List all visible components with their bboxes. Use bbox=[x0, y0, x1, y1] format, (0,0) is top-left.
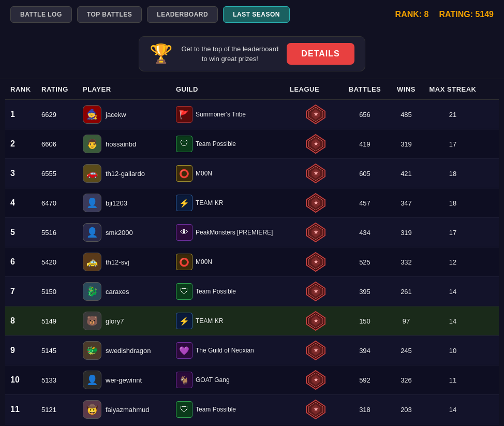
header-player: PLAYER bbox=[83, 85, 176, 93]
cell-player: 🚕 th12-svj bbox=[83, 253, 176, 271]
cell-battles: 656 bbox=[342, 111, 388, 119]
svg-text:★: ★ bbox=[314, 406, 319, 412]
cell-streak: 18 bbox=[424, 170, 481, 178]
table-row[interactable]: 10 5133 👤 wer-gewinnt 🐐 GOAT Gang ★ 592 … bbox=[5, 365, 499, 395]
cell-rank: 3 bbox=[10, 169, 41, 178]
player-name[interactable]: th12-gallardo bbox=[106, 170, 145, 178]
guild-name: TEAM KR bbox=[196, 317, 223, 325]
header-battles: BATTLES bbox=[342, 85, 388, 93]
cell-rating: 6606 bbox=[41, 140, 83, 148]
svg-text:★: ★ bbox=[314, 288, 319, 294]
promo-icon: 🏆 bbox=[150, 43, 173, 65]
leaderboard-container: RANK RATING PLAYER GUILD LEAGUE BATTLES … bbox=[0, 79, 504, 426]
cell-league: ★ bbox=[290, 134, 342, 154]
header-league: LEAGUE bbox=[290, 85, 342, 93]
player-name[interactable]: smk2000 bbox=[106, 229, 133, 237]
nav-button-group: BATTLE LOG TOP BATTLES LEADERBOARD LAST … bbox=[10, 6, 290, 23]
cell-rating: 5150 bbox=[41, 288, 83, 296]
rank-value: 8 bbox=[424, 10, 429, 19]
guild-name: Team Possible bbox=[196, 140, 236, 148]
cell-battles: 457 bbox=[342, 199, 388, 207]
promo-inner: 🏆 Get to the top of the leaderboardto wi… bbox=[139, 36, 365, 71]
cell-battles: 605 bbox=[342, 170, 388, 178]
table-row[interactable]: 8 5149 🐻 glory7 ⚡ TEAM KR ★ 150 97 14 bbox=[5, 306, 499, 336]
cell-league: ★ bbox=[290, 163, 342, 184]
guild-icon: 🛡 bbox=[176, 136, 192, 152]
guild-name: Team Possible bbox=[196, 406, 236, 413]
table-row[interactable]: 1 6629 🧙 jacekw 🚩 Summoner's Tribe ★ 656… bbox=[5, 100, 499, 129]
details-button[interactable]: DETAILS bbox=[287, 43, 354, 65]
svg-text:★: ★ bbox=[314, 200, 319, 205]
cell-guild: 🐐 GOAT Gang bbox=[176, 372, 290, 388]
cell-wins: 347 bbox=[388, 199, 424, 207]
guild-icon: 🚩 bbox=[176, 106, 192, 123]
table-row[interactable]: 3 6555 🚗 th12-gallardo ⭕ M00N ★ 605 421 … bbox=[5, 159, 499, 188]
battle-log-button[interactable]: BATTLE LOG bbox=[10, 6, 72, 23]
cell-guild: ⚡ TEAM KR bbox=[176, 195, 290, 211]
guild-name: PeakMonsters [PREMIERE] bbox=[196, 229, 273, 236]
player-name[interactable]: wer-gewinnt bbox=[106, 376, 142, 384]
cell-rank: 6 bbox=[10, 257, 41, 267]
table-row[interactable]: 4 6470 👤 bji1203 ⚡ TEAM KR ★ 457 347 18 bbox=[5, 188, 499, 218]
player-name[interactable]: bji1203 bbox=[106, 199, 127, 207]
table-row[interactable]: 11 5121 🤠 faiyazmahmud 🛡 Team Possible ★… bbox=[5, 395, 499, 424]
promo-text: Get to the top of the leaderboardto win … bbox=[181, 44, 278, 64]
player-avatar: 🐲 bbox=[83, 341, 101, 360]
cell-rating: 6470 bbox=[41, 199, 83, 207]
cell-battles: 394 bbox=[342, 347, 388, 355]
header-streak: MAX STREAK bbox=[424, 85, 481, 93]
guild-name: M00N bbox=[196, 170, 212, 177]
header-guild: GUILD bbox=[176, 85, 290, 93]
cell-streak: 14 bbox=[424, 317, 481, 325]
cell-wins: 203 bbox=[388, 406, 424, 414]
header-rank: RANK bbox=[10, 85, 41, 93]
cell-rating: 5121 bbox=[41, 406, 83, 414]
cell-player: 🐉 caraxes bbox=[83, 282, 176, 301]
cell-rank: 1 bbox=[10, 110, 41, 119]
player-avatar: 🧙 bbox=[83, 105, 101, 124]
guild-name: Team Possible bbox=[196, 288, 236, 295]
cell-guild: ⚡ TEAM KR bbox=[176, 313, 290, 329]
cell-player: 🐲 swedishdragon bbox=[83, 341, 176, 360]
last-season-button[interactable]: LAST SEASON bbox=[223, 6, 290, 23]
cell-rating: 5420 bbox=[41, 258, 83, 266]
player-avatar: 👤 bbox=[83, 223, 101, 242]
cell-player: 👨 hossainbd bbox=[83, 135, 176, 153]
cell-rank: 7 bbox=[10, 287, 41, 296]
guild-name: TEAM KR bbox=[196, 199, 223, 207]
leaderboard-button[interactable]: LEADERBOARD bbox=[147, 6, 218, 23]
table-row[interactable]: 2 6606 👨 hossainbd 🛡 Team Possible ★ 419… bbox=[5, 129, 499, 159]
player-name[interactable]: hossainbd bbox=[106, 140, 136, 148]
cell-streak: 10 bbox=[424, 347, 481, 355]
table-row[interactable]: 9 5145 🐲 swedishdragon 💜 The Guild of Ne… bbox=[5, 336, 499, 365]
cell-rank: 10 bbox=[10, 375, 41, 385]
cell-rank: 2 bbox=[10, 139, 41, 149]
rank-display: RANK: 8 bbox=[395, 10, 429, 19]
player-name[interactable]: caraxes bbox=[106, 288, 129, 296]
cell-player: 🚗 th12-gallardo bbox=[83, 164, 176, 183]
cell-streak: 12 bbox=[424, 258, 481, 266]
cell-guild: 🚩 Summoner's Tribe bbox=[176, 106, 290, 123]
player-avatar: 🚕 bbox=[83, 253, 101, 271]
cell-streak: 11 bbox=[424, 376, 481, 384]
player-name[interactable]: jacekw bbox=[106, 111, 126, 119]
player-name[interactable]: th12-svj bbox=[106, 258, 129, 266]
cell-rank: 4 bbox=[10, 198, 41, 208]
cell-streak: 18 bbox=[424, 199, 481, 207]
cell-player: 🐻 glory7 bbox=[83, 312, 176, 330]
svg-text:★: ★ bbox=[314, 170, 319, 176]
table-row[interactable]: 5 5516 👤 smk2000 👁 PeakMonsters [PREMIER… bbox=[5, 218, 499, 247]
cell-wins: 261 bbox=[388, 288, 424, 296]
rating-value: 5149 bbox=[475, 10, 494, 19]
cell-rank: 11 bbox=[10, 405, 41, 414]
player-name[interactable]: swedishdragon bbox=[106, 347, 151, 355]
table-row[interactable]: 7 5150 🐉 caraxes 🛡 Team Possible ★ 395 2… bbox=[5, 277, 499, 306]
cell-streak: 17 bbox=[424, 140, 481, 148]
cell-battles: 434 bbox=[342, 229, 388, 237]
table-body: 1 6629 🧙 jacekw 🚩 Summoner's Tribe ★ 656… bbox=[5, 100, 499, 426]
top-battles-button[interactable]: TOP BATTLES bbox=[77, 6, 142, 23]
table-row[interactable]: 6 5420 🚕 th12-svj ⭕ M00N ★ 525 332 12 bbox=[5, 247, 499, 277]
player-name[interactable]: faiyazmahmud bbox=[106, 406, 150, 414]
player-name[interactable]: glory7 bbox=[106, 317, 124, 325]
cell-rating: 5149 bbox=[41, 317, 83, 325]
